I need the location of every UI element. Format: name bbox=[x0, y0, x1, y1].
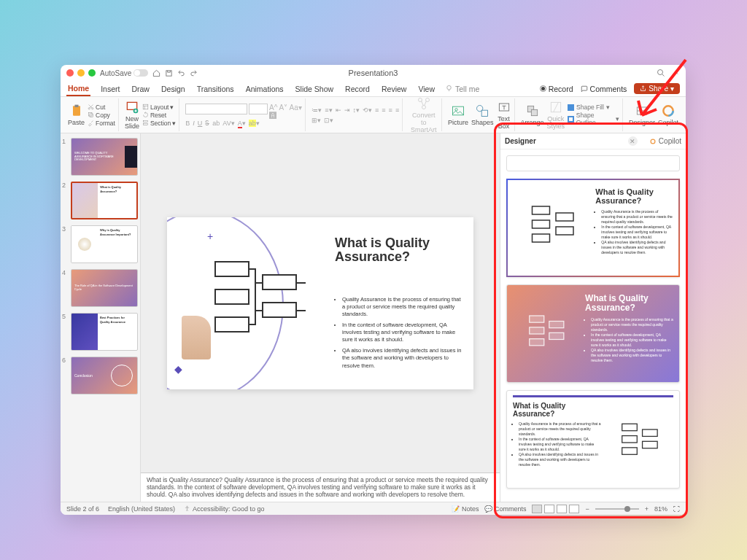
tab-draw[interactable]: Draw bbox=[130, 82, 151, 96]
notes-pane[interactable]: What is Quality Assurance? Quality Assur… bbox=[141, 472, 500, 502]
shape-fill-button[interactable]: Shape Fill ▾ bbox=[568, 104, 619, 111]
save-icon[interactable] bbox=[165, 69, 173, 77]
indent-inc-button[interactable]: ⇥ bbox=[344, 106, 350, 114]
design-suggestion-1[interactable]: What is Quality Assurance? Quality Assur… bbox=[506, 179, 680, 277]
svg-rect-38 bbox=[549, 332, 564, 339]
shape-outline-button[interactable]: Shape Outline ▾ bbox=[568, 112, 619, 126]
autosave-toggle[interactable]: AutoSave bbox=[100, 69, 148, 77]
comments-toggle[interactable]: Comments bbox=[581, 85, 627, 93]
svg-rect-36 bbox=[530, 338, 544, 345]
zoom-slider[interactable] bbox=[595, 508, 639, 510]
italic-button[interactable]: I bbox=[193, 120, 195, 127]
tell-me-search[interactable]: Tell me bbox=[445, 85, 479, 93]
panel-tab-copilot[interactable]: Copilot bbox=[649, 137, 681, 145]
zoom-in-button[interactable]: + bbox=[645, 505, 649, 513]
format-painter-button[interactable]: Format bbox=[88, 120, 115, 127]
home-icon[interactable] bbox=[152, 69, 160, 77]
thumbnail-1[interactable]: 1WELCOME TO QUALITY ASSURANCE IN SOFTWAR… bbox=[63, 138, 137, 176]
fit-window-button[interactable]: ⛶ bbox=[673, 505, 680, 513]
thumbnail-3[interactable]: 3Why is Quality Assurance Important? bbox=[63, 225, 137, 263]
textbox-icon bbox=[497, 100, 511, 114]
numbering-button[interactable]: ≡▾ bbox=[325, 106, 332, 114]
font-family-select[interactable] bbox=[185, 104, 247, 114]
thumbnail-6[interactable]: 6Conclusion bbox=[63, 357, 137, 394]
search-icon[interactable] bbox=[657, 69, 665, 77]
indent-dec-button[interactable]: ⇤ bbox=[336, 106, 341, 114]
slide-body[interactable]: Quality Assurance is the process of ensu… bbox=[335, 296, 462, 373]
slide-canvas-area[interactable]: + ◆ What is Quality Assurance? Quality A… bbox=[141, 133, 500, 472]
notes-button[interactable]: 📝 Notes bbox=[452, 505, 479, 513]
svg-rect-34 bbox=[530, 316, 544, 322]
reading-view-button[interactable] bbox=[557, 505, 567, 513]
bold-button[interactable]: B bbox=[185, 120, 190, 127]
designer-suggestions[interactable]: What is Quality Assurance? Quality Assur… bbox=[500, 149, 686, 502]
cut-button[interactable]: Cut bbox=[88, 104, 115, 111]
bullets-button[interactable]: ≔▾ bbox=[311, 106, 322, 114]
tab-animations[interactable]: Animations bbox=[244, 82, 285, 96]
slide-thumbnails-pane[interactable]: 1WELCOME TO QUALITY ASSURANCE IN SOFTWAR… bbox=[61, 133, 141, 502]
design-suggestion-3[interactable]: What is Quality Assurance? Quality Assur… bbox=[506, 390, 680, 489]
paste-button[interactable]: Paste bbox=[68, 104, 85, 126]
thumbnail-4[interactable]: 4The Role of QA in the Software Developm… bbox=[63, 269, 137, 307]
status-slide-number: Slide 2 of 6 bbox=[66, 505, 99, 513]
autosave-label: AutoSave bbox=[100, 69, 131, 77]
tab-insert[interactable]: Insert bbox=[99, 82, 121, 96]
thumbnail-5[interactable]: 5Best Practices for Quality Assurance bbox=[63, 313, 137, 351]
picture-button[interactable]: Picture bbox=[448, 104, 468, 126]
record-toggle[interactable]: Record bbox=[540, 85, 573, 93]
sorter-view-button[interactable] bbox=[544, 505, 554, 513]
font-color-button[interactable]: A▾ bbox=[238, 120, 246, 127]
undo-icon[interactable] bbox=[177, 69, 185, 77]
copy-button[interactable]: Copy bbox=[88, 112, 115, 119]
redo-icon[interactable] bbox=[190, 69, 198, 77]
slide-title[interactable]: What is Quality Assurance? bbox=[335, 236, 473, 265]
shapes-button[interactable]: Shapes bbox=[471, 104, 494, 126]
textbox-button[interactable]: Text Box bbox=[497, 100, 511, 130]
zoom-out-button[interactable]: − bbox=[585, 505, 589, 513]
tab-record[interactable]: Record bbox=[344, 82, 371, 96]
design-suggestion-2[interactable]: What is Quality Assurance? Quality Assur… bbox=[506, 284, 680, 383]
ribbon-collapse-icon[interactable] bbox=[671, 69, 680, 77]
strike-button[interactable]: S̶ bbox=[205, 120, 209, 127]
normal-view-button[interactable] bbox=[532, 505, 542, 513]
svg-rect-31 bbox=[533, 234, 550, 242]
tab-home[interactable]: Home bbox=[66, 82, 90, 96]
status-language[interactable]: English (United States) bbox=[108, 505, 175, 513]
comments-button[interactable]: 💬 Comments bbox=[484, 505, 526, 513]
designer-search-input[interactable] bbox=[506, 155, 680, 171]
zoom-value[interactable]: 81% bbox=[654, 505, 667, 513]
svg-point-2 bbox=[447, 85, 452, 90]
tab-transitions[interactable]: Transitions bbox=[196, 82, 236, 96]
minimize-window-button[interactable] bbox=[77, 69, 85, 77]
panel-close-button[interactable]: ✕ bbox=[628, 136, 638, 146]
smartart-icon bbox=[417, 96, 431, 111]
section-button[interactable]: Section ▾ bbox=[142, 120, 176, 127]
align-left-button[interactable]: ≡ bbox=[375, 106, 379, 114]
maximize-window-button[interactable] bbox=[88, 69, 96, 77]
share-button[interactable]: Share ▾ bbox=[634, 83, 680, 94]
copilot-ribbon-button[interactable]: Copilot bbox=[658, 104, 678, 126]
convert-smartart-button[interactable]: Convert to SmartArt bbox=[409, 96, 438, 133]
arrange-button[interactable]: Arrange bbox=[521, 104, 544, 126]
tab-slideshow[interactable]: Slide Show bbox=[294, 82, 336, 96]
tab-design[interactable]: Design bbox=[160, 82, 187, 96]
slideshow-view-button[interactable] bbox=[569, 505, 579, 513]
current-slide[interactable]: + ◆ What is Quality Assurance? Quality A… bbox=[167, 217, 473, 389]
thumbnail-2[interactable]: 2What is Quality Assurance? bbox=[63, 182, 137, 219]
highlight-button[interactable]: ab▾ bbox=[249, 120, 260, 127]
underline-button[interactable]: U bbox=[198, 120, 203, 127]
tab-review[interactable]: Review bbox=[380, 82, 408, 96]
tab-view[interactable]: View bbox=[417, 82, 436, 96]
panel-tab-designer[interactable]: Designer bbox=[505, 137, 536, 145]
quickstyles-button[interactable]: Quick Styles bbox=[547, 100, 565, 130]
svg-rect-20 bbox=[481, 110, 487, 116]
layout-button[interactable]: Layout ▾ bbox=[142, 104, 176, 111]
new-slide-button[interactable]: New Slide bbox=[125, 100, 139, 130]
font-size-select[interactable] bbox=[249, 104, 268, 114]
designer-ribbon-button[interactable]: Designer bbox=[629, 104, 655, 126]
status-accessibility[interactable]: Accessibility: Good to go bbox=[184, 505, 265, 513]
close-window-button[interactable] bbox=[66, 69, 74, 77]
reset-button[interactable]: Reset bbox=[142, 112, 176, 119]
copilot-icon bbox=[649, 138, 657, 145]
layout-icon bbox=[142, 104, 149, 110]
